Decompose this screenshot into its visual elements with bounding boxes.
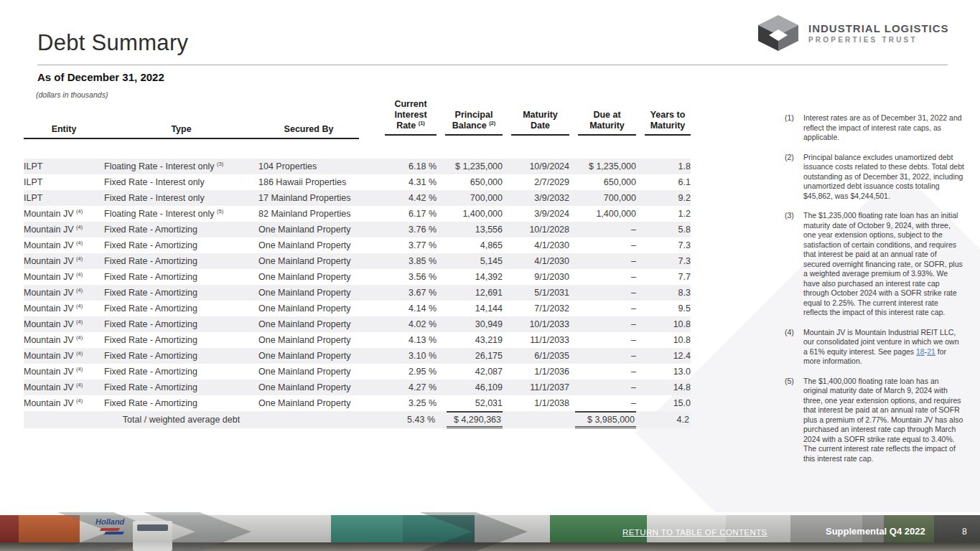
cell-years-to-maturity: 6.1: [636, 174, 691, 190]
footnote-text: The $1,400,000 floating rate loan has an…: [803, 377, 964, 464]
cell-maturity-date: 1/1/2038: [503, 395, 569, 411]
footnote: (1)Interest rates are as of December 31,…: [785, 113, 966, 143]
cell-years-to-maturity: 12.4: [636, 348, 691, 364]
col-header-due-at-maturity: Due at Maturity: [569, 99, 636, 138]
cell-entity: ILPT: [24, 174, 104, 190]
col-header-secured-by: Secured By: [258, 99, 359, 138]
cell-empty: [24, 411, 104, 428]
cell-due-at-maturity: 650,000: [569, 174, 636, 190]
table-row: Mountain JV (4)Fixed Rate - AmortizingOn…: [24, 237, 691, 253]
cell-secured-by: One Mainland Property: [258, 301, 359, 316]
cell-principal-balance: 4,865: [437, 237, 503, 253]
footnote-text: Principal balance excludes unamortized d…: [803, 153, 964, 202]
cell-type: Fixed Rate - Amortizing: [104, 348, 258, 364]
cell-empty: [503, 411, 569, 428]
cell-years-to-maturity: 8.3: [636, 285, 691, 301]
cell-maturity-date: 6/1/2035: [503, 348, 569, 364]
footnote-number: (5): [785, 377, 803, 464]
cell-interest-rate: 3.56 %: [359, 269, 437, 285]
col-header-principal-balance: Principal Balance (2): [437, 99, 503, 138]
cell-entity: Mountain JV (4): [24, 253, 104, 269]
cell-due-at-maturity: –: [569, 301, 636, 316]
cell-entity: ILPT: [24, 159, 104, 174]
slide: Debt Summary As of December 31, 2022 (do…: [0, 0, 980, 551]
cell-total-rate: 5.43 %: [359, 411, 437, 428]
title-divider: [37, 65, 948, 65]
cell-secured-by: One Mainland Property: [258, 348, 359, 364]
page-title: Debt Summary: [37, 30, 188, 56]
cell-maturity-date: 2/7/2029: [503, 174, 569, 190]
cell-maturity-date: 4/1/2030: [503, 253, 569, 269]
cell-due-at-maturity: –: [569, 237, 636, 253]
cell-secured-by: One Mainland Property: [258, 237, 359, 253]
cell-due-at-maturity: 1,400,000: [569, 206, 636, 222]
cell-total-due: $ 3,985,000: [569, 411, 636, 428]
cell-years-to-maturity: 15.0: [636, 395, 691, 411]
footnote-number: (2): [785, 153, 803, 202]
table-row: Mountain JV (4)Fixed Rate - AmortizingOn…: [24, 332, 691, 348]
as-of-date: As of December 31, 2022: [37, 71, 164, 83]
debt-table-body: ILPTFloating Rate - Interest only (3)104…: [24, 138, 691, 428]
table-row: Mountain JV (4)Fixed Rate - AmortizingOn…: [24, 253, 691, 269]
logo-company-name: INDUSTRIAL LOGISTICS: [808, 22, 949, 34]
table-row: Mountain JV (4)Fixed Rate - AmortizingOn…: [24, 364, 691, 380]
return-to-toc-link[interactable]: RETURN TO TABLE OF CONTENTS: [622, 528, 767, 537]
cell-years-to-maturity: 14.8: [636, 380, 691, 395]
cell-type: Fixed Rate - Amortizing: [104, 395, 258, 411]
footnote-number: (4): [785, 328, 803, 367]
cell-secured-by: One Mainland Property: [258, 285, 359, 301]
cell-type: Fixed Rate - Amortizing: [104, 222, 258, 237]
cell-principal-balance: 5,145: [437, 253, 503, 269]
cell-empty: [258, 411, 359, 428]
cell-years-to-maturity: 9.2: [636, 190, 691, 206]
table-row: Mountain JV (4)Fixed Rate - AmortizingOn…: [24, 269, 691, 285]
cell-principal-balance: 43,219: [437, 332, 503, 348]
cell-secured-by: 82 Mainland Properties: [258, 206, 359, 222]
footnote-number: (1): [785, 113, 803, 143]
footnote-text: Interest rates are as of December 31, 20…: [803, 113, 964, 143]
table-total-row: Total / weighted average debt5.43 %$ 4,2…: [24, 411, 691, 428]
cell-type: Floating Rate - Interest only (5): [104, 206, 258, 222]
cell-secured-by: 104 Properties: [258, 159, 359, 174]
footnote: (5)The $1,400,000 floating rate loan has…: [785, 377, 966, 464]
cell-entity: Mountain JV (4): [24, 316, 104, 332]
footnote-text: The $1,235,000 floating rate loan has an…: [803, 211, 964, 318]
cell-interest-rate: 3.85 %: [359, 253, 437, 269]
table-row: Mountain JV (4)Fixed Rate - AmortizingOn…: [24, 316, 691, 332]
cell-interest-rate: 4.14 %: [359, 301, 437, 316]
cell-secured-by: One Mainland Property: [258, 269, 359, 285]
cell-entity: Mountain JV (4): [24, 301, 104, 316]
cell-years-to-maturity: 1.8: [636, 159, 691, 174]
cell-due-at-maturity: $ 1,235,000: [569, 159, 636, 174]
table-row: Mountain JV (4)Fixed Rate - AmortizingOn…: [24, 285, 691, 301]
cell-secured-by: 186 Hawaii Properties: [258, 174, 359, 190]
footnote-page-link[interactable]: 21: [927, 347, 935, 356]
units-note: (dollars in thousands): [36, 90, 108, 99]
cell-due-at-maturity: –: [569, 253, 636, 269]
logo-text: INDUSTRIAL LOGISTICS PROPERTIES TRUST: [808, 22, 949, 44]
footnotes: (1)Interest rates are as of December 31,…: [785, 113, 966, 474]
cell-due-at-maturity: –: [569, 364, 636, 380]
cell-years-to-maturity: 10.8: [636, 316, 691, 332]
cell-type: Fixed Rate - Amortizing: [104, 253, 258, 269]
cell-principal-balance: 42,087: [437, 364, 503, 380]
footnote-page-link[interactable]: 18: [916, 347, 925, 356]
cell-principal-balance: 700,000: [437, 190, 503, 206]
cell-principal-balance: 52,031: [437, 395, 503, 411]
table-header-row: Entity Type Secured By Current Interest …: [24, 99, 691, 138]
table-row: ILPTFixed Rate - Interest only17 Mainlan…: [24, 190, 691, 206]
cell-secured-by: One Mainland Property: [258, 253, 359, 269]
cell-interest-rate: 3.10 %: [359, 348, 437, 364]
table-row: Mountain JV (4)Fixed Rate - AmortizingOn…: [24, 380, 691, 395]
table-row: ILPTFixed Rate - Interest only186 Hawaii…: [24, 174, 691, 190]
cell-principal-balance: 12,691: [437, 285, 503, 301]
cell-due-at-maturity: –: [569, 269, 636, 285]
page-number: 8: [962, 527, 967, 537]
cell-years-to-maturity: 7.7: [636, 269, 691, 285]
cell-interest-rate: 3.76 %: [359, 222, 437, 237]
logo-cube-icon: [756, 14, 801, 52]
col-header-years-to-maturity: Years to Maturity: [636, 99, 691, 138]
cell-principal-balance: 30,949: [437, 316, 503, 332]
cell-maturity-date: 7/1/2032: [503, 301, 569, 316]
cell-entity: Mountain JV (4): [24, 285, 104, 301]
